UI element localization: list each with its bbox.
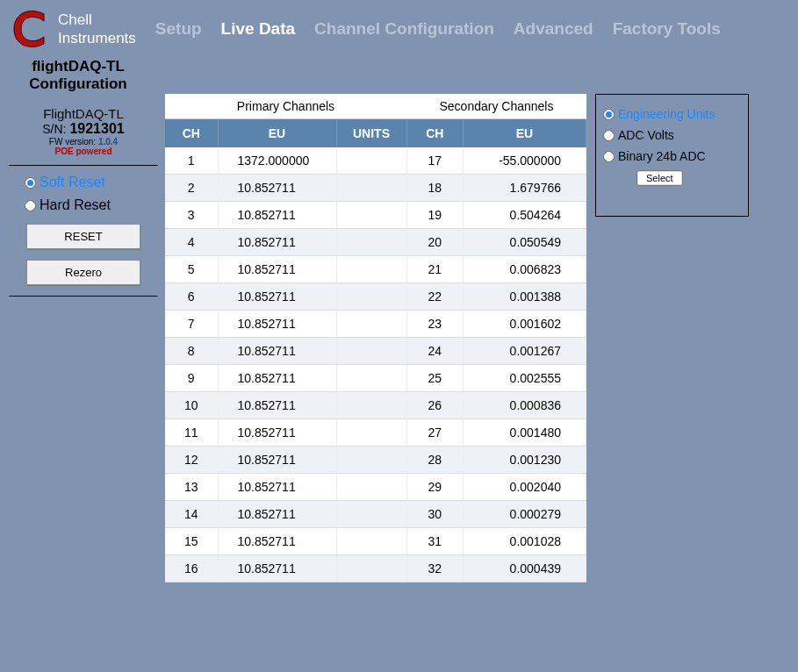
table-row: 1510.852711 [165,528,406,555]
engineering-units-radio[interactable]: Engineering Units [603,107,741,121]
cell-ch: 29 [407,474,464,501]
cell-ch: 17 [407,147,464,175]
table-row: 240.001267 [407,338,586,365]
cell-ch: 21 [407,256,464,283]
soft-reset-label: Soft Reset [40,175,105,190]
table-row: 210.852711 [165,175,406,202]
cell-eu: 0.001480 [464,419,586,447]
table-row: 17-55.000000 [407,147,586,175]
table-row: 610.852711 [165,283,406,311]
radio-icon [603,130,615,141]
radio-icon [603,109,615,120]
cell-ch: 2 [165,175,218,202]
nav-factory-tools[interactable]: Factory Tools [613,19,721,39]
cell-eu: 0.002555 [464,365,586,392]
nav-advanced[interactable]: Advanced [514,19,593,39]
cell-ch: 20 [407,229,464,256]
cell-ch: 4 [165,229,218,256]
table-row: 410.852711 [165,229,406,256]
cell-ch: 6 [165,283,218,311]
cell-ch: 18 [407,175,464,202]
cell-units [336,311,406,338]
table-row: 1110.852711 [165,419,406,447]
cell-ch: 22 [407,283,464,311]
cell-eu: 10.852711 [218,338,336,365]
rezero-button[interactable]: Rezero [26,260,140,285]
col-units: UNITS [336,119,406,148]
cell-eu: 10.852711 [218,474,336,501]
table-row: 1210.852711 [165,447,406,474]
cell-ch: 27 [407,419,464,447]
col-ch: CH [165,119,218,148]
cell-eu: 0.504264 [464,202,586,229]
poe-status: POE powered [9,147,158,156]
cell-ch: 23 [407,311,464,338]
page-title: flightDAQ-TL Configuration [0,58,156,92]
cell-eu: 10.852711 [218,229,336,256]
cell-eu: 10.852711 [218,528,336,555]
adc-volts-radio[interactable]: ADC Volts [603,128,741,142]
table-row: 200.050549 [407,229,586,256]
cell-ch: 32 [407,555,464,583]
cell-ch: 24 [407,338,464,365]
table-row: 910.852711 [165,365,406,392]
cell-eu: -55.000000 [464,147,586,175]
cell-eu: 0.001388 [464,283,586,311]
table-row: 300.000279 [407,501,586,528]
cell-ch: 16 [165,555,218,583]
reset-button[interactable]: RESET [26,224,140,249]
table-row: 1610.852711 [165,555,406,583]
cell-units [336,392,406,419]
cell-ch: 28 [407,447,464,474]
cell-eu: 10.852711 [218,555,336,583]
cell-eu: 0.002040 [464,474,586,501]
table-row: 181.679766 [407,175,586,202]
table-row: 1310.852711 [165,474,406,501]
table-row: 310.001028 [407,528,586,555]
nav-setup[interactable]: Setup [155,19,202,39]
secondary-table: Secondary Channels CH EU 17-55.000000181… [407,94,587,583]
cell-eu: 0.006823 [464,256,586,283]
table-row: 280.001230 [407,447,586,474]
divider [9,165,158,166]
radio-icon [25,200,36,211]
cell-ch: 19 [407,202,464,229]
nav-channel-config[interactable]: Channel Configuration [314,19,494,39]
cell-ch: 3 [165,202,218,229]
cell-units [336,338,406,365]
cell-ch: 7 [165,311,218,338]
col-eu: EU [218,119,336,148]
table-row: 320.000439 [407,555,586,583]
cell-eu: 0.050549 [464,229,586,256]
select-button[interactable]: Select [636,170,683,186]
cell-units [336,283,406,311]
cell-eu: 10.852711 [218,501,336,528]
brand-line2: Instruments [58,29,136,47]
cell-ch: 14 [165,501,218,528]
primary-title: Primary Channels [165,94,406,119]
cell-eu: 1.679766 [464,175,586,202]
cell-ch: 15 [165,528,218,555]
nav-live-data[interactable]: Live Data [221,19,295,39]
fw-value: 1.0.4 [98,137,118,147]
cell-units [336,474,406,501]
soft-reset-radio[interactable]: Soft Reset [25,175,142,190]
device-info: FlightDAQ-TL S/N: 1921301 FW version: 1.… [9,106,158,156]
binary-24b-radio[interactable]: Binary 24b ADC [603,149,741,163]
table-row: 220.001388 [407,283,586,311]
cell-eu: 10.852711 [218,419,336,447]
cell-eu: 0.001028 [464,528,586,555]
table-row: 11372.000000 [165,147,406,175]
brand-line1: Chell [58,11,136,29]
cell-units [336,528,406,555]
radio-icon [25,177,36,189]
hard-reset-radio[interactable]: Hard Reset [25,197,142,213]
table-row: 210.006823 [407,256,586,283]
table-row: 810.852711 [165,338,406,365]
sn-value: 1921301 [69,121,124,136]
cell-units [336,555,406,583]
logo-icon [9,7,53,51]
cell-eu: 0.000439 [464,555,586,583]
table-row: 250.002555 [407,365,586,392]
cell-units [336,256,406,283]
